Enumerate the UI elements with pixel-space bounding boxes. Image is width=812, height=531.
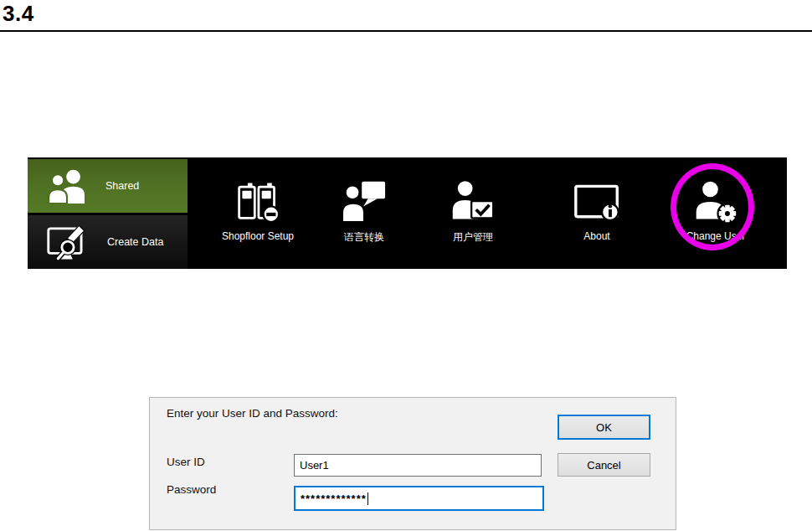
toolbar-sidebar: Shared Create Data	[28, 157, 188, 269]
sidebar-item-label: Create Data	[107, 236, 163, 248]
section-heading: 3.4	[3, 1, 34, 27]
login-dialog: Enter your User ID and Password: OK Canc…	[149, 397, 676, 530]
language-switch-icon	[342, 179, 386, 223]
cancel-button[interactable]: Cancel	[558, 453, 650, 477]
sidebar-item-label: Shared	[105, 180, 139, 192]
ok-button[interactable]: OK	[558, 415, 650, 440]
user-id-input[interactable]: User1	[294, 454, 542, 477]
password-label: Password	[167, 483, 216, 496]
user-id-value: User1	[300, 459, 329, 472]
toolbar-item-label: 语言转换	[344, 230, 384, 245]
password-masked-value: *************	[301, 492, 367, 505]
shopfloor-setup-icon	[235, 178, 280, 223]
toolbar-item-user-management[interactable]: 用户管理	[419, 173, 527, 265]
toolbar-item-label: 用户管理	[453, 230, 493, 245]
people-icon	[47, 168, 87, 204]
manual-page: 3.4 Shared	[0, 0, 812, 531]
toolbar-item-about[interactable]: About	[542, 173, 651, 265]
toolbar-item-label: Shopfloor Setup	[222, 230, 294, 242]
toolbar-item-label: Change User	[686, 230, 746, 242]
create-data-icon	[47, 222, 89, 262]
app-toolbar: Shared Create Data	[28, 157, 787, 269]
toolbar-item-language-switch[interactable]: 语言转换	[310, 173, 419, 265]
toolbar-item-shopfloor-setup[interactable]: Shopfloor Setup	[203, 173, 312, 265]
password-input[interactable]: *************	[294, 486, 544, 511]
heading-rule	[0, 30, 812, 32]
toolbar-item-change-user[interactable]: Change User	[661, 173, 770, 265]
change-user-icon	[693, 179, 738, 223]
user-id-label: User ID	[167, 456, 205, 468]
sidebar-item-shared[interactable]: Shared	[28, 159, 188, 213]
sidebar-item-create-data[interactable]: Create Data	[28, 215, 188, 269]
dialog-prompt: Enter your User ID and Password:	[167, 407, 338, 420]
about-icon	[573, 181, 620, 223]
text-caret	[367, 492, 368, 505]
toolbar-item-label: About	[583, 230, 609, 242]
user-management-icon	[450, 179, 496, 223]
